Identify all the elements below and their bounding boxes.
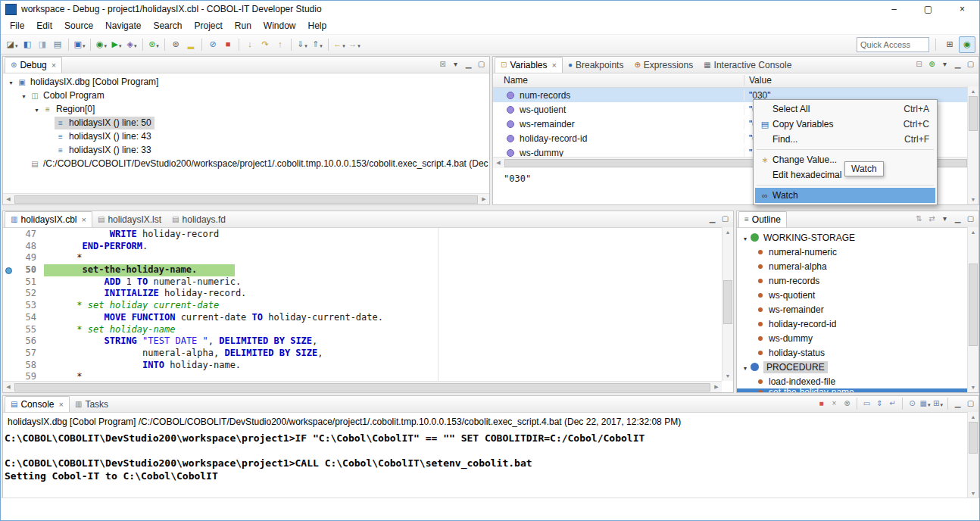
step-return-icon[interactable]: ↑ (273, 37, 288, 52)
outline-item-ws-dummy[interactable]: ws-dummy (737, 331, 978, 345)
open-perspective-icon[interactable]: ⊞ (942, 37, 957, 52)
code-editor[interactable]: 47 WRITE holiday-record48 END-PERFORM.49… (3, 228, 733, 383)
scroll-down-icon[interactable] (968, 382, 978, 392)
minimize-icon[interactable]: ▁ (951, 213, 964, 225)
tab-tasks[interactable]: ▥Tasks (70, 397, 114, 412)
debug-tree-item[interactable]: ▤/C:/COBOL/COBOLIT/DevStudio200/workspac… (3, 157, 489, 170)
terminate-all-icon[interactable]: ■ (220, 37, 236, 52)
menu-run[interactable]: Run (229, 18, 257, 33)
context-menu-item-watch[interactable]: ∞Watch (755, 188, 935, 203)
tab-breakpoints[interactable]: ●Breakpoints (563, 58, 629, 73)
outline-item-holiday-record-id[interactable]: holiday-record-id (737, 317, 978, 331)
scroll-left-icon[interactable] (493, 160, 504, 166)
minimize-icon[interactable]: ▁ (706, 213, 719, 225)
outline-item-procedure[interactable]: PROCEDURE (737, 360, 978, 374)
menu-file[interactable]: File (4, 18, 30, 33)
minimize-icon[interactable]: ▁ (951, 398, 964, 410)
menu-navigate[interactable]: Navigate (99, 18, 147, 33)
save-icon[interactable]: ◧ (20, 37, 35, 52)
maximize-icon[interactable]: ▢ (475, 58, 488, 70)
next-annotation-icon[interactable]: ⇓ (295, 37, 310, 52)
scroll-lock-icon[interactable]: ⇕ (873, 398, 886, 410)
debug-tree-item[interactable]: ≡holidaysIX () line: 50 (3, 116, 489, 129)
outline-item-numeral-numeric[interactable]: numeral-numeric (737, 245, 978, 259)
tab-debug[interactable]: ⊚Debug (5, 57, 62, 73)
menu-help[interactable]: Help (302, 18, 333, 33)
skip-breakpoints-icon[interactable]: ⊘ (205, 37, 220, 52)
maximize-icon[interactable]: ▢ (964, 58, 977, 70)
tab-outline[interactable]: ≡Outline (738, 211, 787, 227)
outline-item-working-storage[interactable]: WORKING-STORAGE (737, 230, 978, 245)
sort-icon[interactable]: ⇅ (913, 213, 925, 225)
context-menu-item-find[interactable]: Find...Ctrl+F (755, 132, 935, 147)
outline-item-load-indexed-file[interactable]: load-indexed-file (737, 374, 978, 388)
close-icon[interactable] (551, 60, 557, 70)
debug-perspective-icon[interactable]: ◉ (959, 36, 975, 53)
open-console-icon[interactable]: ⊞ (932, 398, 944, 410)
word-wrap-icon[interactable]: ↵ (886, 398, 899, 410)
expand-arrow-icon[interactable] (740, 362, 751, 373)
expand-arrow-icon[interactable] (6, 76, 16, 87)
watch-add-icon[interactable]: ⊕ (925, 58, 938, 70)
tab-holidays-fd[interactable]: ▤holidays.fd (167, 212, 231, 227)
editor-hscrollbar[interactable] (3, 381, 722, 392)
debug-tree-item[interactable]: ≡holidaysIX () line: 43 (3, 129, 489, 143)
save-all-icon[interactable]: ◨ (35, 37, 50, 52)
forward-icon[interactable]: → (347, 37, 362, 52)
step-into-icon[interactable]: ↓ (242, 37, 257, 52)
menu-search[interactable]: Search (147, 18, 188, 33)
close-window-button[interactable]: × (945, 1, 979, 17)
mark-occurrences-icon[interactable]: ▂ (183, 37, 198, 52)
step-over-icon[interactable]: ↷ (257, 37, 273, 52)
scroll-left-icon[interactable] (3, 196, 14, 202)
expand-arrow-icon[interactable] (740, 232, 751, 243)
editor-vscrollbar[interactable] (722, 227, 733, 381)
profile-icon[interactable]: ◈ (124, 37, 139, 52)
new-cobol-program-icon[interactable]: ▣ (72, 37, 87, 52)
scroll-up-icon[interactable] (968, 227, 978, 237)
prev-annotation-icon[interactable]: ⇑ (310, 37, 325, 52)
column-header-value[interactable]: Value (744, 75, 772, 86)
outline-item-num-records[interactable]: num-records (737, 273, 978, 288)
maximize-window-button[interactable]: ▢ (911, 1, 945, 17)
tab-interactive-console[interactable]: ▦Interactive Console (698, 58, 797, 73)
display-console-icon[interactable]: ▦ (919, 398, 932, 410)
close-icon[interactable] (57, 399, 63, 410)
view-menu-icon[interactable]: ▾ (449, 58, 462, 70)
variables-vscrollbar[interactable] (967, 86, 978, 204)
debug-tree-item[interactable]: ≡Region[0] (3, 102, 489, 116)
new-wizard-icon[interactable]: ◪ (5, 37, 20, 52)
tab-expressions[interactable]: ⊕Expressions (629, 58, 698, 73)
close-icon[interactable] (50, 60, 56, 70)
outline-item-ws-quotient[interactable]: ws-quotient (737, 288, 978, 302)
tab-holidaysix-cbl[interactable]: ▥holidaysIX.cbl (5, 211, 92, 227)
scroll-right-icon[interactable] (479, 196, 489, 202)
console-output[interactable]: C:\COBOL\COBOLIT\DevStudio200\workspace\… (3, 427, 978, 482)
collapse-all-icon[interactable]: ⊟ (913, 58, 925, 70)
link-with-editor-icon[interactable]: ⇄ (925, 213, 938, 225)
maximize-icon[interactable]: ▢ (964, 398, 977, 410)
pin-console-icon[interactable]: ⊙ (906, 398, 919, 410)
column-header-name[interactable]: Name (493, 75, 744, 86)
print-icon[interactable]: ▤ (50, 37, 65, 52)
menu-project[interactable]: Project (188, 18, 228, 33)
view-menu-icon[interactable]: ▾ (938, 58, 951, 70)
expand-arrow-icon[interactable] (32, 104, 42, 114)
debug-tree-item[interactable]: ▣holidaysIX.dbg [Cobol Program] (3, 75, 489, 89)
scroll-up-icon[interactable] (723, 227, 733, 237)
context-menu-item-copy-variables[interactable]: ▤Copy VariablesCtrl+C (755, 117, 935, 132)
maximize-icon[interactable]: ▢ (964, 213, 977, 225)
console-vscrollbar[interactable] (967, 412, 978, 498)
clear-console-icon[interactable]: ▭ (860, 398, 873, 410)
back-icon[interactable]: ← (332, 37, 347, 52)
minimize-icon[interactable]: ▁ (951, 58, 964, 70)
outline-vscrollbar[interactable] (967, 227, 978, 392)
context-menu-item-select-all[interactable]: Select AllCtrl+A (755, 101, 935, 117)
debug-tree-item[interactable]: ◫Cobol Program (3, 89, 489, 102)
run-icon[interactable]: ▶ (109, 37, 124, 52)
menu-source[interactable]: Source (58, 18, 99, 33)
close-icon[interactable] (80, 214, 86, 225)
debug-icon[interactable]: ◉ (94, 37, 109, 52)
maximize-icon[interactable]: ▢ (719, 213, 732, 225)
menu-edit[interactable]: Edit (30, 18, 58, 33)
